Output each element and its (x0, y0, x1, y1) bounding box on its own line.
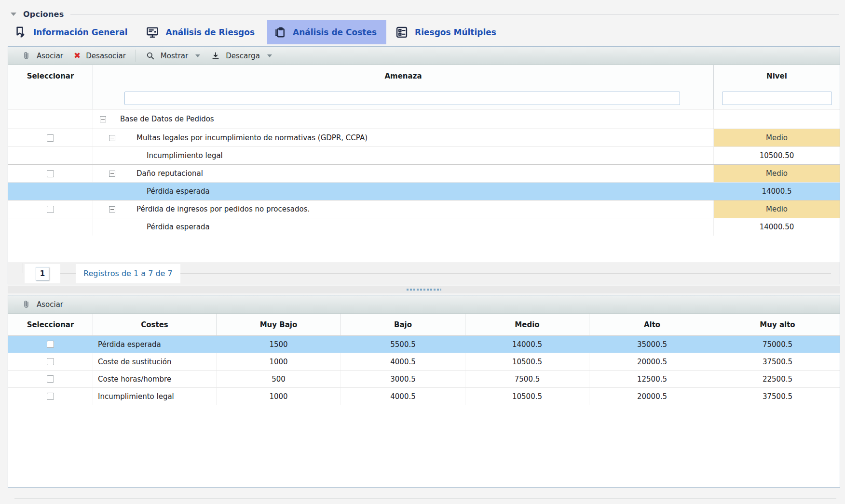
cost-name: Incumplimiento legal (93, 388, 217, 405)
paperclip-icon (22, 51, 31, 61)
chevron-down-icon (195, 54, 200, 57)
page-1-button[interactable]: 1 (36, 267, 49, 280)
threat-label: Pérdida de ingresos por pedidos no proce… (136, 205, 310, 213)
cell-muy-alto: 75000.5 (715, 336, 840, 353)
cell-muy-bajo: 1500 (217, 336, 341, 353)
cost-value: 14000.5 (762, 187, 791, 196)
checklist-icon (395, 26, 409, 39)
tab-analisis-de-costes[interactable]: Análisis de Costes (267, 20, 386, 44)
collapse-toggle-icon[interactable] (109, 206, 115, 212)
tab-label: Análisis de Riesgos (165, 27, 255, 37)
threat-label: Daño reputacional (136, 169, 203, 178)
table-empty-area (8, 236, 840, 263)
cell-alto: 20000.5 (589, 353, 715, 370)
amenaza-filter-input[interactable] (124, 92, 680, 105)
options-title: Opciones (23, 10, 64, 19)
row-checkbox[interactable] (47, 134, 54, 142)
search-icon (146, 51, 155, 61)
table-row-threat[interactable]: Daño reputacional Medio (8, 164, 840, 182)
table-row[interactable]: Incumplimiento legal 1000 4000.5 10500.5… (8, 388, 840, 405)
threats-toolbar: Asociar ✖ Desasociar Mostrar Descarga (8, 47, 840, 65)
tab-label: Riesgos Múltiples (415, 27, 496, 37)
cost-label: Pérdida esperada (147, 187, 210, 196)
threats-panel: Asociar ✖ Desasociar Mostrar Descarga Se… (8, 46, 840, 284)
cost-name: Coste de sustitución (93, 353, 217, 370)
row-checkbox[interactable] (47, 341, 54, 348)
row-checkbox[interactable] (47, 206, 54, 213)
monitor-icon (146, 26, 159, 39)
column-header-bajo: Bajo (341, 314, 465, 335)
costs-panel: Asociar Seleccionar Costes Muy Bajo Bajo… (8, 295, 840, 488)
row-checkbox[interactable] (47, 170, 54, 177)
column-header-nivel: Nivel (713, 65, 840, 87)
table-row-group[interactable]: Base de Datos de Pedidos (8, 109, 840, 129)
column-header-costes: Costes (93, 314, 217, 335)
collapse-toggle-icon[interactable] (109, 135, 115, 141)
cell-alto: 12500.5 (589, 371, 715, 387)
tab-informacion-general[interactable]: Información General (8, 20, 137, 44)
table-row[interactable]: Coste horas/hombre 500 3000.5 7500.5 125… (8, 371, 840, 388)
cell-muy-alto: 22500.5 (715, 371, 840, 387)
table-row-cost-selected[interactable]: Pérdida esperada 14000.5 (8, 182, 840, 200)
tab-riesgos-multiples[interactable]: Riesgos Múltiples (389, 20, 506, 44)
tab-bar: Información General Análisis de Riesgos … (8, 20, 845, 44)
nivel-badge: Medio (714, 129, 840, 146)
cell-muy-bajo: 500 (217, 371, 341, 387)
download-icon (211, 51, 220, 61)
row-checkbox[interactable] (47, 393, 54, 400)
toolbar-separator (136, 50, 136, 62)
descarga-button[interactable]: Descarga (208, 51, 275, 61)
column-header-seleccionar: Seleccionar (8, 314, 93, 335)
options-header: Opciones (0, 0, 845, 19)
records-summary: Registros de 1 a 7 de 7 (76, 264, 180, 283)
cell-bajo: 4000.5 (341, 388, 465, 405)
cell-bajo: 3000.5 (341, 371, 465, 387)
cell-medio: 10500.5 (465, 353, 589, 370)
options-divider (70, 14, 839, 14)
cell-muy-bajo: 1000 (217, 353, 341, 370)
threats-table-header: Seleccionar Amenaza Nivel (8, 65, 840, 87)
row-checkbox[interactable] (47, 358, 54, 365)
cost-name: Coste horas/hombre (93, 371, 217, 387)
row-checkbox[interactable] (47, 375, 54, 383)
cell-medio: 14000.5 (465, 336, 589, 353)
column-header-amenaza: Amenaza (93, 65, 713, 87)
asociar-label: Asociar (37, 52, 63, 60)
asociar-button[interactable]: Asociar (19, 51, 66, 61)
table-empty-area (8, 405, 840, 487)
table-row-cost[interactable]: Incumplimiento legal 10500.50 (8, 146, 840, 164)
nivel-filter-input[interactable] (722, 92, 832, 105)
cell-alto: 35000.5 (589, 336, 715, 353)
resize-grip-icon[interactable] (407, 289, 441, 291)
table-row-cost[interactable]: Pérdida esperada 14000.50 (8, 218, 840, 236)
red-x-icon: ✖ (74, 52, 81, 60)
costs-table-header: Seleccionar Costes Muy Bajo Bajo Medio A… (8, 314, 840, 336)
cell-muy-bajo: 1000 (217, 388, 341, 405)
collapse-toggle-icon[interactable] (100, 116, 106, 122)
asociar-button[interactable]: Asociar (19, 300, 66, 309)
mostrar-label: Mostrar (161, 52, 188, 60)
collapse-toggle-icon[interactable] (109, 171, 115, 177)
note-pen-icon (14, 26, 27, 39)
group-label: Base de Datos de Pedidos (120, 115, 214, 123)
desasociar-button[interactable]: ✖ Desasociar (71, 52, 129, 60)
desasociar-label: Desasociar (86, 52, 126, 60)
table-row-threat[interactable]: Pérdida de ingresos por pedidos no proce… (8, 200, 840, 218)
table-row-selected[interactable]: Pérdida esperada 1500 5500.5 14000.5 350… (8, 336, 840, 353)
footer-divider (14, 498, 836, 499)
table-row[interactable]: Coste de sustitución 1000 4000.5 10500.5… (8, 353, 840, 371)
cost-value: 14000.50 (760, 223, 794, 231)
cell-muy-alto: 37500.5 (715, 353, 840, 370)
cost-label: Incumplimiento legal (147, 151, 223, 160)
nivel-badge: Medio (714, 165, 840, 182)
chevron-down-icon (267, 54, 272, 57)
cell-bajo: 5500.5 (341, 336, 465, 353)
cell-alto: 20000.5 (589, 388, 715, 405)
tab-analisis-de-riesgos[interactable]: Análisis de Riesgos (140, 20, 264, 44)
collapse-triangle-icon[interactable] (11, 13, 16, 16)
mostrar-button[interactable]: Mostrar (143, 51, 203, 61)
cell-muy-alto: 37500.5 (715, 388, 840, 405)
nivel-badge: Medio (714, 200, 840, 218)
table-row-threat[interactable]: Multas legales por incumplimiento de nor… (8, 129, 840, 146)
paperclip-icon (22, 300, 31, 309)
